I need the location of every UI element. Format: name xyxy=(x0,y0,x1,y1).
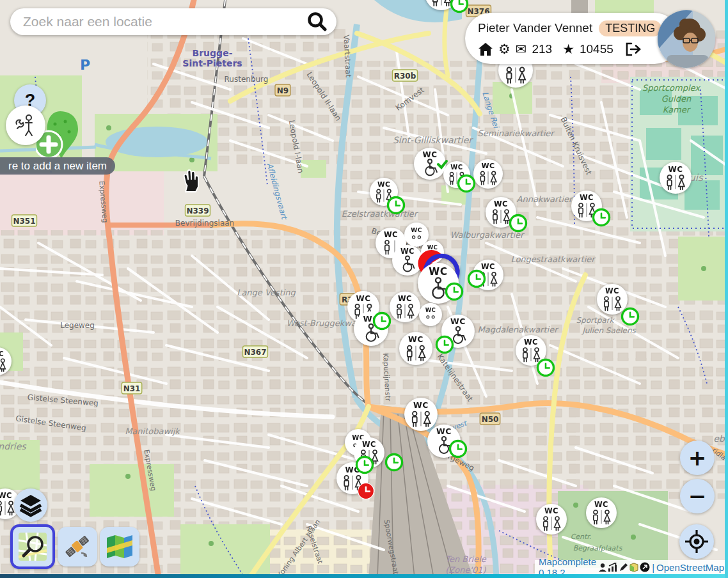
marker-badge-open xyxy=(469,271,485,287)
map-label: P xyxy=(80,57,90,73)
road-shield: R30b xyxy=(393,70,418,81)
folded-map-icon xyxy=(104,531,135,562)
app-window: WC WC xyxy=(0,0,728,578)
basemap-osm-button[interactable] xyxy=(10,524,55,569)
map-marker-toilet[interactable] xyxy=(473,159,503,189)
map-label: Ezelstraatkwartier xyxy=(342,209,419,219)
geolocate-icon xyxy=(684,529,709,554)
map-marker-toilet[interactable] xyxy=(660,162,692,194)
road-shield: N339 xyxy=(186,205,210,216)
map-label: Walburgakwartier xyxy=(450,230,526,240)
osm-carto-icon xyxy=(17,531,48,562)
map-label: Bevrijdingslaan xyxy=(175,219,234,228)
map-marker-toilet[interactable] xyxy=(399,332,432,365)
basemap-satellite-button[interactable] xyxy=(58,527,97,566)
map-label: ndries xyxy=(0,441,27,451)
road-shield: N351 xyxy=(12,215,37,226)
search-input[interactable] xyxy=(22,13,306,30)
theme-mini-icon[interactable] xyxy=(629,562,639,572)
map-label: Begraafplaats xyxy=(573,544,623,552)
hand-cursor xyxy=(177,166,205,194)
marker-badge-open xyxy=(386,455,402,471)
svg-text:N31: N31 xyxy=(123,384,141,393)
marker-badge-open xyxy=(459,176,475,192)
map-label: Sportcomplex xyxy=(642,83,700,93)
attribution-separator: | xyxy=(652,562,654,573)
logout-icon[interactable] xyxy=(625,42,642,56)
road-shield: N50 xyxy=(480,413,500,425)
map-label: Ten Briele xyxy=(445,554,487,564)
svg-text:N351: N351 xyxy=(13,217,35,226)
basemap-map-button[interactable] xyxy=(100,527,139,566)
star-count: 10455 xyxy=(580,42,613,56)
map-label: Gulden xyxy=(661,94,692,104)
layers-button[interactable] xyxy=(14,488,47,522)
map-label: Lange Vesting xyxy=(237,288,296,297)
basemap-switcher xyxy=(10,524,139,569)
avatar[interactable] xyxy=(658,10,715,68)
statistics-icon[interactable] xyxy=(608,563,618,572)
add-tooltip: re to add a new item xyxy=(0,157,115,175)
map-label: Annakwartier xyxy=(517,194,574,204)
map-marker-toilet[interactable] xyxy=(419,303,442,326)
testing-badge: TESTING xyxy=(599,20,661,36)
map-marker-toilet[interactable] xyxy=(536,504,567,535)
marker-badge-open xyxy=(447,284,463,300)
edit-pencil-icon[interactable] xyxy=(619,563,628,572)
map-label: Sportpark xyxy=(576,316,615,325)
user-name: Pieter Vander Vennet xyxy=(478,21,592,35)
map-marker-toilet[interactable] xyxy=(597,284,628,315)
map-label: Kamer xyxy=(663,105,692,114)
search-icon[interactable] xyxy=(306,10,329,33)
map-marker-toilet[interactable] xyxy=(404,223,429,247)
map-label: Legeweg xyxy=(60,321,95,330)
toilet-theme-icon xyxy=(12,111,40,139)
home-icon[interactable] xyxy=(478,42,493,56)
bottom-bar xyxy=(0,574,728,578)
contributor-icon[interactable] xyxy=(598,563,607,572)
marker-badge-open xyxy=(594,210,610,226)
marker-badge-open xyxy=(622,309,638,325)
marker-badge-open xyxy=(437,337,453,353)
road-shield: N31 xyxy=(122,382,142,394)
right-scrollbar[interactable] xyxy=(725,0,728,578)
map-label: Julien Saelens xyxy=(581,326,636,335)
attribution-osm-link[interactable]: OpenStreetMap xyxy=(656,562,724,573)
svg-text:N367: N367 xyxy=(244,348,266,357)
map-label: Sint-Gilliskwartier xyxy=(393,135,473,145)
mail-icon[interactable]: ✉ xyxy=(516,43,527,56)
map-label: Sint-Pieters xyxy=(182,58,242,68)
geolocate-button[interactable] xyxy=(679,524,714,559)
svg-text:N50: N50 xyxy=(482,415,499,424)
map-marker-toilet[interactable] xyxy=(414,148,446,180)
road-shield: N367 xyxy=(243,346,268,357)
satellite-icon xyxy=(62,531,93,562)
map-marker-toilet[interactable] xyxy=(404,398,438,431)
map-label: Rustenburg xyxy=(225,75,269,84)
star-icon[interactable]: ★ xyxy=(562,43,574,56)
map-label: Magdalenakwartier xyxy=(478,325,560,334)
marker-badge-open xyxy=(510,215,526,231)
map-label: Longestraatkwartier xyxy=(510,254,596,264)
map-label: Centr. xyxy=(571,533,592,541)
zoom-out-button[interactable]: − xyxy=(680,479,715,513)
user-panel: Pieter Vander Vennet TESTING ⚙ ✉ 213 ★ 1… xyxy=(465,13,680,64)
map[interactable]: WC WC xyxy=(0,0,728,578)
search-bar[interactable] xyxy=(10,8,336,35)
zoom-in-button[interactable]: + xyxy=(680,441,715,475)
map-label: eb xyxy=(713,434,725,444)
map-marker-toilet[interactable] xyxy=(586,497,617,528)
map-label: Manitobawijk xyxy=(125,426,181,436)
map-marker-toilet[interactable] xyxy=(392,245,423,276)
map-label: (Zone'01) xyxy=(445,565,486,575)
marker-badge-open xyxy=(538,360,554,376)
attribution-icons xyxy=(598,562,650,572)
svg-text:N9: N9 xyxy=(277,86,289,95)
theme-button[interactable] xyxy=(6,105,45,145)
map-marker-toilet[interactable] xyxy=(390,292,420,322)
mail-count: 213 xyxy=(532,42,552,56)
gear-icon[interactable]: ⚙ xyxy=(498,43,510,56)
mapillary-icon[interactable] xyxy=(640,562,650,572)
layers-icon xyxy=(18,492,44,518)
marker-badge-open xyxy=(450,441,466,457)
